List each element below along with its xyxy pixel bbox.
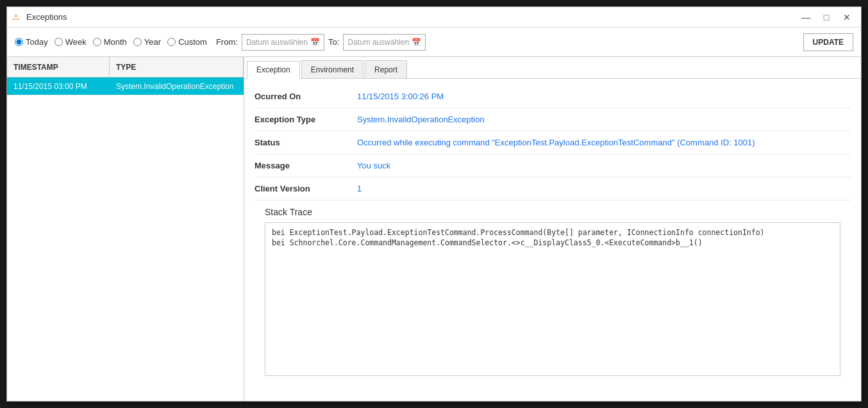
- close-button[interactable]: ✕: [838, 10, 856, 25]
- occurred-on-label: Ocurred On: [255, 85, 357, 108]
- detail-table: Ocurred On 11/15/2015 3:00:26 PM Excepti…: [255, 85, 851, 200]
- stack-trace-section: Stack Trace bei ExceptionTest.Payload.Ex…: [255, 200, 851, 382]
- cell-type: System.InvalidOperationException: [110, 82, 244, 91]
- message-value: You suck: [357, 154, 851, 177]
- col-header-timestamp: TIMESTAMP: [7, 57, 110, 77]
- toolbar: Today Week Month Year Custom From: Dat: [7, 28, 861, 57]
- title-bar: ⚠ Exceptions — □ ✕: [7, 7, 861, 28]
- table-body: 11/15/2015 03:00 PM System.InvalidOperat…: [7, 78, 244, 401]
- update-button[interactable]: UPDATE: [803, 33, 853, 51]
- table-header: TIMESTAMP TYPE: [7, 57, 244, 78]
- stack-trace-title: Stack Trace: [265, 207, 840, 217]
- tab-exception[interactable]: Exception: [247, 61, 300, 79]
- detail-row-status: Status Occurred while executing command …: [255, 131, 851, 154]
- radio-month-label: Month: [104, 37, 127, 47]
- radio-year[interactable]: Year: [133, 37, 161, 47]
- to-label: To:: [328, 37, 339, 47]
- title-bar-left: ⚠ Exceptions: [12, 12, 67, 22]
- from-label: From:: [216, 37, 238, 47]
- status-label: Status: [255, 131, 357, 154]
- from-date-input[interactable]: Datum auswählen 📅: [242, 34, 324, 51]
- detail-panel: Exception Environment Report Ocurred On …: [244, 57, 861, 401]
- detail-row-message: Message You suck: [255, 154, 851, 177]
- to-date-placeholder: Datum auswählen: [347, 38, 409, 47]
- detail-row-type: Exception Type System.InvalidOperationEx…: [255, 108, 851, 131]
- tab-report[interactable]: Report: [365, 60, 407, 78]
- exception-type-value: System.InvalidOperationException: [357, 108, 851, 131]
- title-buttons: — □ ✕: [797, 10, 856, 25]
- from-calendar-icon[interactable]: 📅: [310, 38, 320, 47]
- cell-timestamp: 11/15/2015 03:00 PM: [7, 82, 110, 91]
- client-version-value: 1: [357, 177, 851, 200]
- main-window: ⚠ Exceptions — □ ✕ Today Week Month: [6, 6, 862, 402]
- detail-row-client-version: Client Version 1: [255, 177, 851, 200]
- stack-trace-box[interactable]: bei ExceptionTest.Payload.ExceptionTestC…: [265, 222, 840, 376]
- app-icon: ⚠: [12, 12, 22, 22]
- maximize-button[interactable]: □: [817, 10, 835, 25]
- radio-today[interactable]: Today: [15, 37, 48, 47]
- tab-environment[interactable]: Environment: [301, 60, 363, 78]
- to-date-input[interactable]: Datum auswählen 📅: [343, 34, 426, 51]
- exception-tab-content: Ocurred On 11/15/2015 3:00:26 PM Excepti…: [244, 79, 861, 401]
- client-version-label: Client Version: [255, 177, 357, 200]
- occurred-on-value: 11/15/2015 3:00:26 PM: [357, 85, 851, 108]
- detail-tabs: Exception Environment Report: [244, 57, 861, 79]
- radio-today-label: Today: [26, 37, 48, 47]
- radio-week[interactable]: Week: [54, 37, 87, 47]
- window-title: Exceptions: [26, 12, 67, 22]
- to-calendar-icon[interactable]: 📅: [412, 38, 421, 47]
- table-row[interactable]: 11/15/2015 03:00 PM System.InvalidOperat…: [7, 78, 244, 95]
- radio-custom[interactable]: Custom: [167, 37, 207, 47]
- radio-month[interactable]: Month: [93, 37, 127, 47]
- message-label: Message: [255, 154, 357, 177]
- main-content: TIMESTAMP TYPE 11/15/2015 03:00 PM Syste…: [7, 57, 861, 401]
- radio-year-label: Year: [144, 37, 161, 47]
- col-header-type: TYPE: [110, 57, 244, 77]
- time-range-radio-group: Today Week Month Year Custom: [15, 37, 211, 47]
- minimize-button[interactable]: —: [797, 10, 815, 25]
- detail-row-occurred: Ocurred On 11/15/2015 3:00:26 PM: [255, 85, 851, 108]
- stack-trace-line-2: bei Schnorchel.Core.CommandManagement.Co…: [272, 238, 833, 247]
- exception-type-label: Exception Type: [255, 108, 357, 131]
- exceptions-table-panel: TIMESTAMP TYPE 11/15/2015 03:00 PM Syste…: [7, 57, 244, 401]
- stack-trace-line-1: bei ExceptionTest.Payload.ExceptionTestC…: [272, 228, 833, 237]
- radio-custom-label: Custom: [178, 37, 207, 47]
- status-value: Occurred while executing command "Except…: [357, 131, 851, 154]
- from-date-placeholder: Datum auswählen: [246, 38, 308, 47]
- radio-week-label: Week: [65, 37, 87, 47]
- date-range-group: From: Datum auswählen 📅 To: Datum auswäh…: [216, 34, 426, 51]
